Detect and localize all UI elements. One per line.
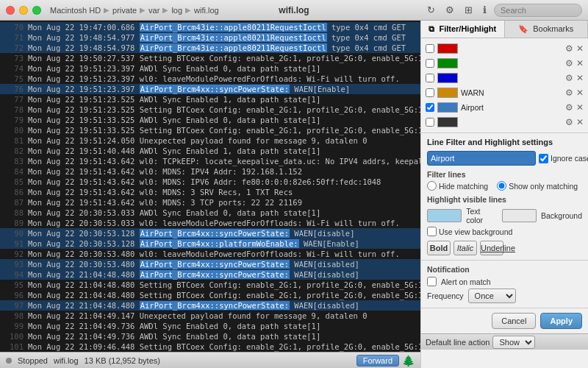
log-line: 76Mon Aug 22 19:51:23.397 AirPort_Brcm4x… bbox=[0, 84, 420, 94]
maximize-button[interactable] bbox=[32, 6, 41, 15]
log-line: 101Mon Aug 22 21:09:46.448 Setting BTCoe… bbox=[0, 342, 420, 352]
line-number: 90 bbox=[3, 228, 24, 238]
statusbar-icon: 🌲 bbox=[402, 355, 415, 367]
filter-item-checkbox[interactable] bbox=[426, 74, 434, 82]
path-segment: private bbox=[112, 6, 137, 15]
underline-button[interactable]: Underline bbox=[480, 241, 503, 255]
frequency-select[interactable]: OnceAlwaysNever bbox=[468, 289, 516, 303]
text-color-label: Text color bbox=[466, 207, 497, 224]
filter-close-icon[interactable]: ✕ bbox=[576, 58, 584, 68]
filter-gear-icon[interactable]: ⚙ bbox=[565, 73, 573, 83]
italic-button[interactable]: Italic bbox=[453, 241, 477, 255]
log-line: 74Mon Aug 22 19:51:23.397 AWDl Sync Enab… bbox=[0, 63, 420, 74]
log-line: 96Mon Aug 22 21:04:48.480 Setting BTCoex… bbox=[0, 290, 420, 300]
filter-item: ⚙✕ bbox=[421, 56, 588, 71]
settings-button[interactable]: ⚙ bbox=[442, 3, 457, 17]
line-number: 70 bbox=[3, 22, 24, 32]
line-text: Mon Aug 22 21:04:48.480 Setting BTCoex C… bbox=[28, 280, 420, 290]
forward-button[interactable]: Forward bbox=[356, 355, 399, 367]
alert-on-match-checkbox[interactable] bbox=[427, 277, 437, 286]
apply-button[interactable]: Apply bbox=[540, 313, 582, 329]
line-text: Mon Aug 22 19:47:00.686 AirPort_Brcm43ie… bbox=[28, 22, 406, 32]
use-view-bg-row: Use view background bbox=[427, 227, 582, 236]
filter-gear-icon[interactable]: ⚙ bbox=[565, 88, 573, 98]
bookmark-icon: 🔖 bbox=[518, 24, 528, 33]
search-input[interactable] bbox=[494, 4, 582, 17]
line-number: 78 bbox=[3, 105, 24, 115]
path-segment: log bbox=[171, 6, 182, 15]
use-view-bg-checkbox[interactable] bbox=[427, 227, 437, 236]
filter-close-icon[interactable]: ✕ bbox=[576, 88, 584, 98]
line-number: 93 bbox=[3, 259, 24, 269]
statusbar-size: 13 KB (12,952 bytes) bbox=[85, 356, 160, 365]
filter-color-box bbox=[437, 102, 458, 113]
filter-icon: ⧉ bbox=[429, 24, 434, 33]
filter-text-input[interactable] bbox=[427, 151, 536, 166]
line-number: 96 bbox=[3, 290, 24, 300]
minimize-button[interactable] bbox=[19, 6, 28, 15]
status-label: Stopped bbox=[18, 356, 48, 365]
show-only-matching-radio[interactable] bbox=[497, 181, 506, 191]
log-line: 71Mon Aug 22 19:48:54.977 AirPort_Brcm43… bbox=[0, 32, 420, 43]
filter-item-checkbox[interactable] bbox=[426, 59, 434, 68]
tab-bookmarks[interactable]: 🔖 Bookmarks bbox=[505, 21, 589, 38]
line-text: Mon Aug 22 21:04:48.480 Setting BTCoex C… bbox=[28, 290, 420, 300]
path-separator: ▶ bbox=[185, 6, 191, 14]
line-text: Mon Aug 22 21:04:49.147 Unexpected paylo… bbox=[28, 311, 367, 321]
line-text: Mon Aug 22 19:51:40.448 AWDl Sync Enable… bbox=[28, 146, 320, 156]
log-line: 73Mon Aug 22 19:50:27.537 Setting BTCoex… bbox=[0, 53, 420, 63]
line-text: Mon Aug 22 19:50:27.537 Setting BTCoex C… bbox=[28, 53, 420, 63]
path-segment-active: wifi.log bbox=[194, 6, 219, 15]
hide-matching-radio[interactable] bbox=[427, 181, 437, 191]
filter-color-box bbox=[437, 58, 458, 68]
line-number: 85 bbox=[3, 177, 24, 187]
tab-filter-highlight[interactable]: ⧉ Filter/Highlight bbox=[421, 21, 505, 38]
highlight-section: Highlight visible lines Text color Backg… bbox=[427, 195, 582, 236]
notification-section: Notification Alert on match Frequency On… bbox=[421, 261, 588, 308]
log-content[interactable]: 70Mon Aug 22 19:47:00.686 AirPort_Brcm43… bbox=[0, 21, 420, 368]
background-label: Background bbox=[541, 211, 582, 220]
line-text: Mon Aug 22 19:51:43.642 wl0: MDNS: 3 SRV… bbox=[28, 187, 293, 197]
path-separator: ▶ bbox=[162, 6, 168, 14]
line-text: Mon Aug 22 19:48:54.977 AirPort_Brcm43ie… bbox=[28, 32, 406, 43]
filter-close-icon[interactable]: ✕ bbox=[576, 102, 584, 113]
panel-tabs: ⧉ Filter/Highlight 🔖 Bookmarks bbox=[421, 21, 588, 38]
filter-close-icon[interactable]: ✕ bbox=[576, 43, 584, 54]
info-button[interactable]: ℹ bbox=[480, 3, 490, 17]
filter-item-checkbox[interactable] bbox=[426, 44, 434, 53]
filter-color-box bbox=[437, 117, 458, 127]
filter-item: Airport⚙✕ bbox=[421, 100, 588, 115]
line-number: 75 bbox=[3, 74, 24, 84]
log-line: 88Mon Aug 22 20:30:53.033 AWDl Sync Enab… bbox=[0, 208, 420, 218]
path-segment: Macintosh HD bbox=[50, 6, 101, 15]
line-text: Mon Aug 22 21:04:48.480 AirPort_Brcm4xx:… bbox=[28, 300, 359, 311]
filter-item-checkbox[interactable] bbox=[426, 118, 434, 127]
highlight-title: Highlight visible lines bbox=[427, 195, 582, 204]
line-number: 97 bbox=[3, 300, 24, 311]
close-button[interactable] bbox=[6, 6, 15, 15]
filter-gear-icon[interactable]: ⚙ bbox=[565, 43, 573, 54]
layout-button[interactable]: ⊞ bbox=[462, 3, 476, 17]
line-number: 76 bbox=[3, 84, 24, 94]
ignore-case-label: Ignore case bbox=[539, 154, 588, 163]
cancel-button[interactable]: Cancel bbox=[492, 313, 536, 329]
line-text: Mon Aug 22 21:04:49.736 AWDl Sync Enable… bbox=[28, 331, 320, 342]
refresh-button[interactable]: ↻ bbox=[424, 3, 438, 17]
filter-gear-icon[interactable]: ⚙ bbox=[565, 102, 573, 113]
filter-gear-icon[interactable]: ⚙ bbox=[565, 117, 573, 127]
line-text: Mon Aug 22 19:51:43.642 wl0: MDNS: 3 TCP… bbox=[28, 197, 302, 208]
filter-item-checkbox[interactable] bbox=[426, 103, 434, 112]
background-button[interactable] bbox=[502, 209, 537, 222]
filter-gear-icon[interactable]: ⚙ bbox=[565, 58, 573, 68]
line-text: Mon Aug 22 21:04:49.736 AWDl Sync Enable… bbox=[28, 321, 320, 331]
filter-item-checkbox[interactable] bbox=[426, 88, 434, 97]
ignore-case-checkbox[interactable] bbox=[539, 154, 548, 163]
text-color-button[interactable] bbox=[427, 209, 462, 222]
filter-close-icon[interactable]: ✕ bbox=[576, 117, 584, 127]
default-action-select[interactable]: Show bbox=[492, 336, 535, 349]
line-text: Mon Aug 22 21:04:48.480 AirPort_Brcm4xx:… bbox=[28, 269, 359, 280]
titlebar: Macintosh HD ▶ private ▶ var ▶ log ▶ wif… bbox=[0, 0, 588, 21]
filter-close-icon[interactable]: ✕ bbox=[576, 73, 584, 83]
bold-button[interactable]: Bold bbox=[427, 241, 451, 255]
line-number: 84 bbox=[3, 166, 24, 177]
